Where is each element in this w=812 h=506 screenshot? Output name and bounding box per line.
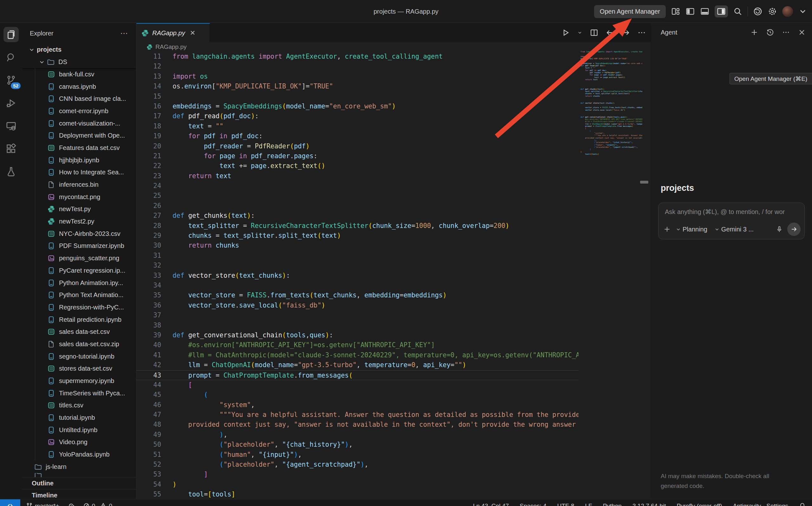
- status-item[interactable]: Ln 43, Col 47: [473, 503, 509, 506]
- file-row[interactable]: CNN based image cla...: [22, 93, 136, 105]
- status-item[interactable]: Spaces: 4: [519, 503, 547, 506]
- close-panel-icon[interactable]: [798, 28, 806, 36]
- file-row[interactable]: sales data-set.csv: [22, 326, 136, 338]
- file-row[interactable]: titles.csv: [22, 400, 136, 412]
- new-chat-icon[interactable]: [750, 28, 758, 36]
- file-row[interactable]: NYC-Airbnb-2023.csv: [22, 228, 136, 240]
- status-item[interactable]: LF: [585, 503, 592, 506]
- more-actions-icon[interactable]: [782, 28, 790, 36]
- code-line[interactable]: 16embeddings = SpacyEmbeddings(model_nam…: [136, 101, 579, 111]
- file-row[interactable]: newTest2.py: [22, 215, 136, 228]
- code-line[interactable]: 46 "system",: [136, 400, 579, 410]
- code-line[interactable]: 47 """You are a helpful assistant. Answe…: [136, 410, 579, 420]
- agent-input-box[interactable]: Ask anything (⌘L), @ to mention, / for w…: [658, 202, 805, 239]
- code-line[interactable]: 20 pdf_reader = PdfReader(pdf): [136, 142, 579, 151]
- toggle-panel-bottom-icon[interactable]: [700, 7, 710, 16]
- file-row[interactable]: Regression-with-PyC...: [22, 301, 136, 314]
- tree-folder-ds[interactable]: DS: [22, 56, 136, 68]
- sync-status[interactable]: [68, 503, 75, 506]
- file-row[interactable]: PyCaret regression.ip...: [22, 264, 136, 277]
- file-row[interactable]: bank-full.csv: [22, 68, 136, 81]
- code-line[interactable]: 40 #os.environ["ANTHROPIC_API_KEY"]=os.g…: [136, 340, 579, 350]
- code-line[interactable]: 12: [136, 62, 579, 71]
- status-item[interactable]: UTF-8: [557, 503, 574, 506]
- tab-close-icon[interactable]: ✕: [190, 29, 195, 37]
- activity-source-control-icon[interactable]: 52: [3, 73, 19, 88]
- file-row[interactable]: comet-error.ipynb: [22, 105, 136, 117]
- code-line[interactable]: 19 for pdf in pdf_doc:: [136, 131, 579, 141]
- code-line[interactable]: 21 for page in pdf_reader.pages:: [136, 151, 579, 161]
- code-line[interactable]: 42 llm = ChatOpenAI(model_name="gpt-3.5-…: [136, 360, 579, 370]
- open-agent-manager-button[interactable]: Open Agent Manager: [594, 5, 666, 18]
- code-line[interactable]: 29 chunks = text_splitter.split_text(tex…: [136, 231, 579, 241]
- code-line[interactable]: 15: [136, 92, 579, 101]
- file-row[interactable]: TimeSeries with Pyca...: [22, 387, 136, 400]
- file-row[interactable]: sales data-set.csv.zip: [22, 338, 136, 350]
- code-line[interactable]: 17def pdf_read(pdf_doc):: [136, 111, 579, 121]
- split-editor-icon[interactable]: [590, 28, 598, 37]
- run-button-icon[interactable]: [561, 28, 570, 37]
- code-line[interactable]: 24: [136, 181, 579, 191]
- explorer-more-icon[interactable]: ⋯: [120, 29, 129, 38]
- code-line[interactable]: 41 #llm = ChatAnthropic(model="claude-3-…: [136, 350, 579, 360]
- code-line[interactable]: 37: [136, 310, 579, 320]
- file-row[interactable]: hjjhbjbjb.ipynb: [22, 154, 136, 166]
- file-row[interactable]: inferences.bin: [22, 178, 136, 191]
- notifications-bell-icon[interactable]: [799, 503, 806, 506]
- file-row[interactable]: YoloPandas.ipynb: [22, 448, 136, 461]
- file-row[interactable]: canvas.ipynb: [22, 81, 136, 93]
- user-avatar[interactable]: [782, 6, 793, 17]
- code-line[interactable]: 23 return text: [136, 171, 579, 181]
- code-line[interactable]: 36 vector_store.save_local("faiss_db"): [136, 301, 579, 310]
- activity-explorer-icon[interactable]: [3, 27, 19, 42]
- code-line[interactable]: 14os.environ["KMP_DUPLICATE_LIB_OK"]="TR…: [136, 81, 579, 91]
- code-line[interactable]: 11from langchain.agents import AgentExec…: [136, 52, 579, 62]
- problems-status[interactable]: 0 0: [83, 503, 112, 506]
- code-line[interactable]: 31: [136, 251, 579, 261]
- code-line[interactable]: 54): [136, 480, 579, 490]
- code-line[interactable]: 44 [: [136, 380, 579, 390]
- code-line[interactable]: 27def get_chunks(text):: [136, 211, 579, 221]
- code-line[interactable]: 32: [136, 261, 579, 270]
- code-line[interactable]: 52 ("placeholder", "{agent_scratchpad}")…: [136, 460, 579, 470]
- file-row[interactable]: PDF Summarizer.ipynb: [22, 240, 136, 252]
- status-item[interactable]: 3.12.7 64-bit: [633, 503, 666, 506]
- activity-remote-explorer-icon[interactable]: [3, 118, 19, 134]
- settings-gear-icon[interactable]: [767, 7, 777, 16]
- more-actions-icon[interactable]: [638, 28, 646, 37]
- file-row[interactable]: supermemory.ipynb: [22, 375, 136, 387]
- tree-root-projects[interactable]: projects: [22, 44, 136, 56]
- sidebar-section-timeline[interactable]: Timeline: [22, 489, 136, 499]
- activity-testing-icon[interactable]: [3, 164, 19, 179]
- file-row[interactable]: stores data-set.csv: [22, 363, 136, 375]
- code-line[interactable]: 25: [136, 191, 579, 201]
- file-row[interactable]: newTest.py: [22, 203, 136, 216]
- send-button[interactable]: [787, 223, 801, 236]
- file-row[interactable]: Python Text Animatio...: [22, 289, 136, 301]
- file-row-clipped[interactable]: [22, 473, 136, 477]
- activity-search-icon[interactable]: [3, 50, 19, 65]
- code-line[interactable]: 55 tool=[tools]: [136, 490, 579, 499]
- activity-run-debug-icon[interactable]: [3, 95, 19, 111]
- folder-row[interactable]: js-learn: [22, 461, 136, 473]
- code-line[interactable]: 43 prompt = ChatPromptTemplate.from_mess…: [136, 370, 579, 380]
- breadcrumb[interactable]: RAGapp.py: [136, 42, 651, 52]
- toggle-panel-left-icon[interactable]: [685, 7, 695, 16]
- code-line[interactable]: 48 provided context just say, "answer is…: [136, 420, 579, 430]
- run-dropdown-icon[interactable]: [577, 30, 582, 35]
- code-line[interactable]: 34: [136, 280, 579, 290]
- browser-profile-icon[interactable]: [753, 7, 762, 16]
- file-row[interactable]: tutorial.ipynb: [22, 412, 136, 424]
- code-line[interactable]: 35 vector_store = FAISS.from_texts(text_…: [136, 290, 579, 300]
- code-line[interactable]: 49 ),: [136, 430, 579, 440]
- file-row[interactable]: penguins_scatter.png: [22, 252, 136, 264]
- file-row[interactable]: comet-visualization-...: [22, 117, 136, 130]
- navigate-forward-icon[interactable]: [622, 28, 630, 37]
- mode-selector[interactable]: Planning: [674, 225, 709, 234]
- code-editor[interactable]: 11from langchain.agents import AgentExec…: [136, 52, 579, 499]
- code-line[interactable]: 13import os: [136, 72, 579, 81]
- microphone-icon[interactable]: [776, 226, 783, 233]
- file-row[interactable]: Features data set.csv: [22, 142, 136, 154]
- sidebar-section-outline[interactable]: Outline: [22, 477, 136, 489]
- code-line[interactable]: 30 return chunks: [136, 241, 579, 250]
